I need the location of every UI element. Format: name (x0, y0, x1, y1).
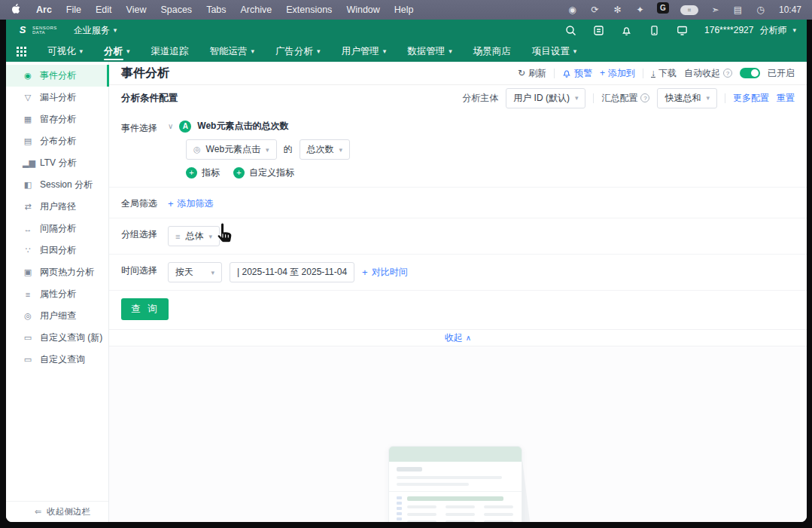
sidebar-item-ltv-analysis[interactable]: ▂▆ LTV 分析 (6, 152, 108, 174)
search-icon[interactable] (565, 25, 576, 36)
collapse-sidebar-button[interactable]: ⇐ 收起侧边栏 (6, 501, 108, 522)
time-select-label: 时间选择 (121, 262, 168, 277)
nav-channel-tracking[interactable]: 渠道追踪 (141, 41, 199, 62)
sidebar-item-custom-query-new[interactable]: ▭ 自定义查询 (新) (6, 327, 108, 349)
sidebar-item-user-detail[interactable]: ◎ 用户细查 (6, 305, 108, 327)
menubar-sparkle-icon[interactable]: ✦ (634, 5, 646, 15)
nav-user-management[interactable]: 用户管理▾ (331, 41, 397, 62)
nav-scene-store[interactable]: 场景商店 (463, 41, 522, 62)
menubar-item-spaces[interactable]: Spaces (160, 5, 192, 15)
menubar-item-extensions[interactable]: Extensions (286, 5, 332, 15)
menubar-g-app-icon[interactable]: G (657, 2, 669, 14)
plus-icon: + (168, 198, 174, 209)
sql-icon: ▭ (23, 355, 33, 365)
menubar-item-archive[interactable]: Archive (241, 5, 272, 15)
sensors-logo[interactable]: S SENSORS DATA (17, 24, 57, 36)
sidebar-item-retention-analysis[interactable]: ▦ 留存分析 (6, 108, 108, 130)
chevron-down-icon: ▾ (208, 233, 212, 240)
collapse-caret-icon[interactable]: ∨ (168, 122, 173, 130)
menubar-cluster-icon[interactable]: ✻ (612, 5, 623, 15)
menubar-item-edit[interactable]: Edit (96, 5, 112, 15)
event-type-icon: ◎ (193, 145, 201, 154)
mobile-icon[interactable] (649, 25, 660, 36)
chevron-down-icon: ▾ (126, 47, 130, 55)
nav-ad-analysis[interactable]: 广告分析▾ (265, 41, 331, 62)
summary-select[interactable]: 快速总和 ▾ (657, 88, 717, 108)
plus-icon: + (600, 68, 605, 78)
apple-menu-icon[interactable] (11, 4, 20, 17)
sidebar-item-attribute-analysis[interactable]: ≡ 属性分析 (6, 283, 108, 305)
alert-button[interactable]: 预警 (562, 67, 592, 80)
add-to-button[interactable]: + 添加到 (600, 67, 635, 80)
sidebar-item-session-analysis[interactable]: ◧ Session 分析 (6, 174, 108, 196)
time-granularity-select[interactable]: 按天 ▾ (168, 262, 222, 282)
nav-smart-operation[interactable]: 智能运营▾ (199, 41, 266, 62)
bell-icon[interactable] (621, 25, 632, 36)
app-window: S SENSORS DATA 企业服务 ▾ (6, 20, 807, 522)
auto-collapse-toggle[interactable] (740, 68, 760, 78)
sidebar-item-custom-query[interactable]: ▭ 自定义查询 (6, 349, 108, 371)
toggle-state-label: 已开启 (768, 67, 795, 80)
sidebar-item-funnel-analysis[interactable]: ▽ 漏斗分析 (6, 87, 108, 108)
subject-select[interactable]: 用户 ID (默认) ▾ (506, 88, 585, 108)
sidebar-item-event-analysis[interactable]: ◉ 事件分析 (6, 65, 108, 87)
menubar-refresh-icon[interactable]: ⟳ (589, 5, 601, 15)
query-button[interactable]: 查 询 (121, 298, 169, 320)
sidebar-item-user-path[interactable]: ⇄ 用户路径 (6, 196, 108, 218)
menubar-bird-icon[interactable]: ➣ (710, 5, 721, 15)
event-select[interactable]: ◎ Web元素点击 ▾ (186, 139, 277, 160)
add-metric-button[interactable]: + 指标 (186, 166, 220, 179)
menubar-item-view[interactable]: View (126, 5, 147, 15)
chevron-down-icon: ▾ (114, 26, 117, 34)
apps-grid-icon[interactable] (17, 47, 26, 56)
add-filter-button[interactable]: + 添加筛选 (168, 195, 795, 210)
group-select[interactable]: ≡ 总体 ▾ (168, 226, 220, 246)
download-button[interactable]: ↓ 下载 (651, 67, 677, 80)
alarm-icon (562, 69, 571, 78)
sidebar-item-attribution-analysis[interactable]: ∵ 归因分析 (6, 240, 108, 261)
funnel-icon: ▽ (23, 93, 33, 102)
nav-project-settings[interactable]: 项目设置▾ (522, 41, 588, 62)
menubar-keyboard-icon[interactable]: ▤ (732, 5, 744, 15)
menubar-item-arc[interactable]: Arc (36, 5, 52, 15)
nav-visualization[interactable]: 可视化▾ (37, 41, 93, 62)
download-icon: ↓ (651, 69, 655, 78)
menubar-record-icon[interactable]: ◉ (567, 5, 578, 15)
path-icon: ⇄ (23, 202, 33, 212)
monitor-icon[interactable] (677, 25, 688, 36)
reset-link[interactable]: 重置 (777, 92, 795, 105)
nav-analysis[interactable]: 分析▾ (93, 41, 141, 62)
sidebar-item-heatmap-analysis[interactable]: ▣ 网页热力分析 (6, 261, 108, 283)
menubar-item-window[interactable]: Window (346, 5, 379, 15)
info-icon[interactable]: ? (723, 69, 732, 78)
menubar-item-tabs[interactable]: Tabs (206, 5, 226, 15)
chevron-up-icon: ∧ (466, 334, 471, 342)
nav-data-management[interactable]: 数据管理▾ (397, 41, 463, 62)
collapse-panel-link[interactable]: 收起 ∧ (445, 331, 471, 344)
menubar-widget-icon[interactable]: ⌗ (680, 5, 698, 15)
add-custom-metric-button[interactable]: + 自定义指标 (233, 166, 294, 179)
compare-time-button[interactable]: + 对比时间 (362, 266, 408, 279)
list-icon: ≡ (175, 232, 180, 241)
date-range-picker[interactable]: | 2025-11-04 至 2025-11-04 (230, 262, 354, 282)
sidebar-item-distribution-analysis[interactable]: ▤ 分布分析 (6, 130, 108, 152)
refresh-icon: ↻ (518, 68, 525, 78)
account-menu[interactable]: 176****2927 分析师 ▾ (704, 24, 796, 37)
more-config-link[interactable]: 更多配置 (733, 92, 769, 105)
menubar-item-file[interactable]: File (66, 5, 81, 15)
plus-circle-icon: + (186, 167, 197, 179)
arrow-left-icon: ⇐ (35, 507, 41, 517)
plus-icon: + (362, 267, 368, 278)
ltv-chart-icon: ▂▆ (23, 158, 33, 168)
menubar-item-help[interactable]: Help (394, 5, 414, 15)
org-menu[interactable]: 企业服务 ▾ (74, 24, 117, 37)
info-icon[interactable]: ? (640, 93, 649, 102)
refresh-button[interactable]: ↻ 刷新 (518, 67, 546, 80)
attribute-icon: ≡ (23, 290, 33, 299)
sidebar-item-interval-analysis[interactable]: ↔ 间隔分析 (6, 218, 108, 240)
account-number: 176****2927 (704, 25, 753, 35)
menubar-clock-time: 10:47 (779, 5, 801, 15)
measure-select[interactable]: 总次数 ▾ (300, 139, 351, 160)
menubar-clock-icon[interactable]: ◷ (755, 5, 766, 15)
docs-icon[interactable] (593, 25, 604, 36)
